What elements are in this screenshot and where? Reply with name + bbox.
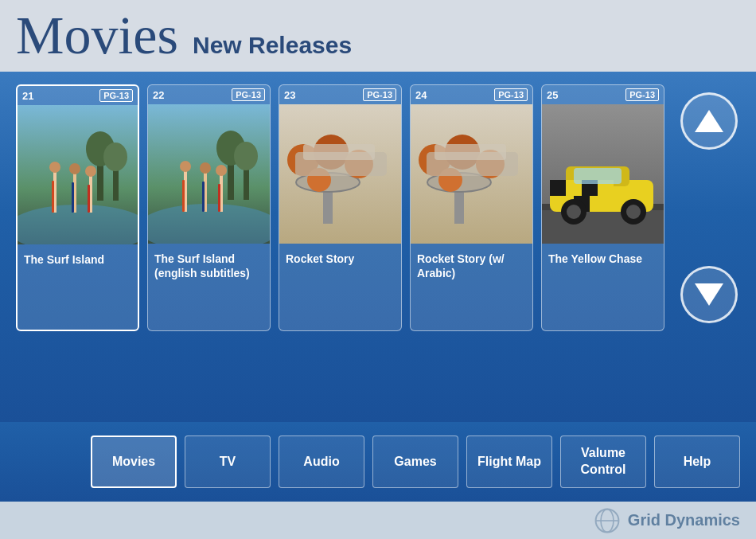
card-number: 23 (284, 89, 295, 101)
svg-rect-23 (182, 180, 185, 212)
card-image (279, 104, 401, 244)
svg-point-28 (216, 165, 227, 176)
nav-button-audio[interactable]: Audio (279, 435, 364, 488)
svg-point-5 (103, 143, 127, 171)
svg-rect-8 (52, 181, 54, 213)
svg-rect-53 (550, 180, 566, 196)
card-number: 22 (153, 89, 164, 101)
scroll-up-button[interactable] (680, 92, 738, 150)
nav-button-tv[interactable]: TV (185, 435, 271, 488)
svg-point-63 (626, 205, 641, 219)
card-title: Rocket Story (279, 244, 401, 271)
svg-point-7 (49, 162, 60, 173)
svg-point-22 (180, 161, 191, 172)
svg-point-20 (234, 142, 258, 170)
movie-card-24[interactable]: 24 PG-13 Rocket Story (w/ (410, 84, 533, 331)
movie-card-21[interactable]: 21 PG-13 (16, 84, 139, 331)
header: Movies New Releases (0, 0, 756, 72)
svg-point-61 (567, 205, 581, 219)
nav-button-label: Flight Map (477, 454, 541, 471)
svg-rect-11 (72, 182, 74, 213)
main-content: 21 PG-13 (0, 72, 756, 422)
nav-button-label: TV (220, 454, 236, 471)
arrow-down-icon (695, 283, 723, 306)
card-header: 21 PG-13 (18, 86, 138, 105)
card-header: 23 PG-13 (279, 85, 401, 104)
scroll-down-button[interactable] (680, 266, 738, 323)
svg-point-16 (148, 204, 270, 244)
svg-point-13 (85, 166, 96, 177)
card-number: 24 (415, 89, 427, 101)
card-rating: PG-13 (363, 88, 396, 101)
scroll-arrows (680, 84, 738, 331)
page-subtitle: New Releases (193, 33, 352, 57)
movie-cards-container: 21 PG-13 (16, 84, 664, 331)
brand-logo-icon (594, 508, 620, 533)
card-title: The Surf Island (18, 244, 138, 271)
movie-card-25[interactable]: 25 PG-13 (541, 84, 664, 331)
footer: Grid Dynamics (0, 502, 756, 539)
arrow-up-icon (695, 110, 723, 132)
nav-button-label: Help (684, 454, 711, 471)
svg-point-1 (18, 205, 138, 244)
nav-button-label: Games (394, 454, 436, 471)
nav-button-flight-map[interactable]: Flight Map (466, 435, 552, 488)
card-title: Rocket Story (w/ Arabic) (411, 244, 532, 285)
brand-name: Grid Dynamics (628, 511, 740, 529)
card-title: The Surf Island (english subtitles) (148, 244, 270, 285)
card-header: 24 PG-13 (411, 85, 532, 104)
nav-button-games[interactable]: Games (372, 435, 458, 488)
svg-rect-29 (218, 184, 220, 212)
nav-button-movies[interactable]: Movies (91, 435, 177, 488)
svg-rect-47 (435, 144, 506, 160)
card-number: 25 (547, 89, 558, 101)
nav-button-label: Audio (303, 454, 339, 471)
page-title: Movies (16, 8, 178, 62)
nav-button-valume-control[interactable]: ValumeControl (560, 435, 646, 488)
movie-card-23[interactable]: 23 PG-13 Rocket Story (279, 84, 402, 331)
svg-rect-14 (88, 185, 90, 213)
card-title: The Yellow Chase (542, 244, 664, 271)
svg-rect-38 (303, 144, 375, 160)
nav-button-label: Movies (112, 454, 155, 471)
card-rating: PG-13 (494, 88, 528, 101)
card-header: 22 PG-13 (148, 85, 270, 104)
nav-button-help[interactable]: Help (654, 435, 740, 488)
svg-rect-64 (574, 168, 622, 184)
card-rating: PG-13 (99, 89, 133, 102)
svg-point-25 (200, 162, 211, 174)
card-number: 21 (22, 90, 33, 102)
bottom-navigation: MoviesTVAudioGamesFlight MapValumeContro… (0, 422, 756, 502)
card-header: 25 PG-13 (542, 85, 664, 104)
movie-card-22[interactable]: 22 PG-13 (147, 84, 271, 331)
card-rating: PG-13 (232, 88, 265, 101)
card-image (148, 104, 270, 244)
card-rating: PG-13 (625, 88, 659, 101)
svg-point-10 (69, 163, 80, 174)
svg-rect-59 (590, 196, 606, 212)
nav-button-label: ValumeControl (581, 445, 626, 478)
svg-rect-26 (202, 182, 205, 212)
card-image (542, 104, 664, 244)
card-image (18, 105, 138, 244)
card-image (411, 104, 532, 244)
